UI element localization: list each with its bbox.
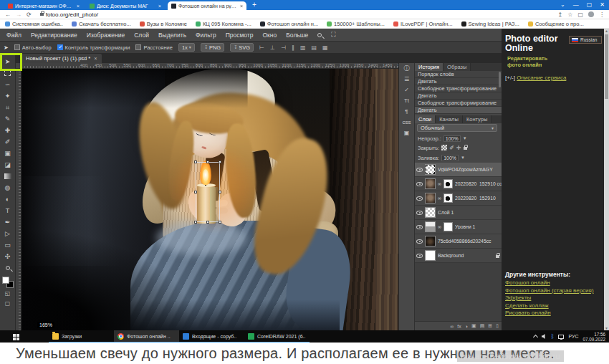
side-panel-icon[interactable]: ▢	[577, 11, 583, 18]
keyboard-language[interactable]: РУС	[568, 334, 578, 339]
close-button[interactable]: ✕	[600, 0, 605, 10]
bookmark-star-icon[interactable]: ☆	[567, 11, 572, 18]
history-step[interactable]: Двигать	[415, 92, 502, 100]
browser-tab[interactable]: Фотошоп онлайн на русском | ×	[168, 1, 246, 10]
lock-paint-icon[interactable]: ✐	[449, 145, 454, 151]
gradient-tool[interactable]	[1, 171, 15, 182]
eyedropper-tool[interactable]: ✎	[1, 113, 15, 125]
opacity-value[interactable]: 100%	[443, 135, 461, 142]
fullscreen-icon[interactable]: ⛶	[331, 31, 335, 39]
forward-icon[interactable]: →	[16, 11, 21, 18]
bookmark-item[interactable]: Сообщение о про...	[528, 21, 584, 27]
layer-mask-icon[interactable]: ▣	[471, 323, 476, 329]
lasso-tool[interactable]: ∽	[1, 79, 15, 90]
page-scrollbar[interactable]: ▲ ▼	[604, 29, 609, 330]
tab-close-icon[interactable]: ×	[77, 4, 80, 9]
bookmark-item[interactable]: Системная ошибка..	[5, 21, 63, 27]
new-layer-icon[interactable]: ⊞	[488, 323, 492, 329]
export-svg-button[interactable]: ↧SVG	[230, 43, 254, 52]
transform-bounding-box[interactable]	[196, 162, 220, 222]
link-layers-icon[interactable]: ∞	[450, 324, 454, 329]
type-tool[interactable]: T	[1, 205, 15, 216]
layer-row[interactable]: ∞ 20220820_152910 copy	[415, 177, 502, 191]
transform-handle[interactable]	[194, 191, 197, 193]
document-close-icon[interactable]: ×	[94, 55, 97, 62]
history-step[interactable]: Свободное трансформирование	[415, 85, 502, 92]
bookmark-item[interactable]: 150000+ Шаблоны...	[327, 21, 385, 27]
bookmark-item[interactable]: Скачать бесплатно...	[72, 21, 131, 27]
clock[interactable]: 17:56 07.09.2022	[582, 332, 605, 342]
panel-tab[interactable]: История	[415, 63, 443, 71]
transform-handle[interactable]	[219, 191, 221, 193]
css-panel-icon[interactable]: css	[403, 118, 411, 126]
scrollbar-thumb[interactable]	[605, 34, 608, 99]
new-tab-button[interactable]: +	[252, 1, 256, 9]
layer-row[interactable]: ∞ Уровни 1	[415, 220, 502, 234]
checkbox-icon[interactable]	[57, 44, 63, 50]
transform-handle[interactable]	[206, 221, 209, 224]
pen-tool[interactable]: ✒	[1, 216, 15, 228]
export-png-button[interactable]: ↧PNG	[201, 43, 224, 52]
panel-tab[interactable]: Образы	[443, 63, 471, 71]
browser-tab[interactable]: Диск: Документы МАГ ×	[86, 1, 165, 10]
transform-handle[interactable]	[206, 161, 209, 163]
url-text[interactable]: fotoo.org/edit_photo/	[46, 11, 98, 18]
reload-icon[interactable]: ⟳	[27, 11, 32, 18]
scroll-up-icon[interactable]: ▲	[604, 29, 609, 33]
layer-row[interactable]: ∞ Слой 1	[415, 206, 502, 220]
distribute-v-icon[interactable]: ▤	[312, 44, 317, 51]
panel-tab[interactable]: Каналы	[436, 115, 463, 123]
service-description-link[interactable]: Описание сервиса	[517, 75, 566, 81]
start-button-icon[interactable]	[13, 334, 16, 337]
panel-tab[interactable]: Контуры	[463, 115, 491, 123]
brush-tool[interactable]: ✐	[1, 136, 15, 148]
align-center-icon[interactable]: ⊥	[270, 44, 275, 51]
quick-mask-button[interactable]: ◱	[1, 288, 15, 298]
visibility-eye-icon[interactable]	[416, 254, 423, 258]
transform-controls-checkbox[interactable]: Контроль трансформации	[57, 44, 130, 51]
brush-panel-icon[interactable]: ✓	[404, 86, 409, 94]
transform-handle[interactable]	[194, 221, 197, 224]
site-subtitle[interactable]: Редактировать фото онлайн	[505, 55, 555, 68]
tray-expand-icon[interactable]	[533, 335, 538, 340]
minimize-button[interactable]: —	[573, 0, 579, 10]
visibility-eye-icon[interactable]	[416, 168, 423, 172]
history-step[interactable]: Двигать	[415, 78, 502, 85]
language-select[interactable]: Russian	[569, 36, 602, 44]
document-tab[interactable]: Новый проект (1) (1).psd * ×	[21, 54, 102, 63]
tool-link[interactable]: Эффекты	[505, 294, 594, 301]
profile-avatar[interactable]	[588, 11, 594, 17]
tab-search-icon[interactable]: ⌄	[560, 0, 565, 10]
menu-item[interactable]: Фильтр	[196, 32, 216, 39]
menu-item[interactable]: Выделить	[158, 32, 186, 39]
checkbox-icon[interactable]	[14, 44, 20, 50]
auto-select-checkbox[interactable]: Авто-выбор	[14, 44, 52, 51]
transform-handle[interactable]	[219, 161, 221, 163]
taskbar-app[interactable]: Загрузки	[49, 330, 114, 343]
menu-item[interactable]: Больше	[286, 32, 308, 39]
browser-tab[interactable]: Интернет-магазин ОФИСМАГ - ×	[4, 1, 83, 10]
lock-move-icon[interactable]: ✛	[456, 145, 461, 151]
fill-caret-icon[interactable]: ▼	[461, 155, 465, 160]
dodge-tool[interactable]: ◐	[1, 193, 15, 205]
paragraph-panel-icon[interactable]: ¶	[405, 107, 408, 115]
history-step[interactable]: Порядок слоёв	[415, 71, 502, 78]
menu-item[interactable]: Редактирование	[31, 32, 77, 39]
history-scrollbar[interactable]	[499, 72, 501, 87]
bookmark-item[interactable]: Вузы в Коломне	[140, 21, 187, 27]
info-icon[interactable]: ⓘ	[404, 64, 410, 72]
menu-item[interactable]: Изображение	[87, 32, 125, 39]
bookmark-item[interactable]: КЦ 095 Коломна -...	[196, 21, 251, 27]
layer-row[interactable]: ∞ 20220820_152910	[415, 191, 502, 206]
menu-icon[interactable]: ⋮	[599, 11, 605, 18]
lock-transparency-icon[interactable]	[441, 145, 447, 150]
canvas[interactable]: 165%	[21, 69, 398, 330]
checkbox-icon[interactable]	[135, 44, 141, 50]
menu-item[interactable]: Файл	[6, 32, 21, 39]
delete-layer-icon[interactable]: ▯	[496, 323, 499, 329]
history-step[interactable]: Двигать	[415, 107, 502, 114]
crop-tool[interactable]: ⌗	[1, 102, 15, 113]
transform-handle[interactable]	[194, 161, 197, 163]
layer-row[interactable]: ∞ Background	[415, 249, 502, 263]
tool-link[interactable]: Рисовать онлайн	[505, 310, 594, 316]
